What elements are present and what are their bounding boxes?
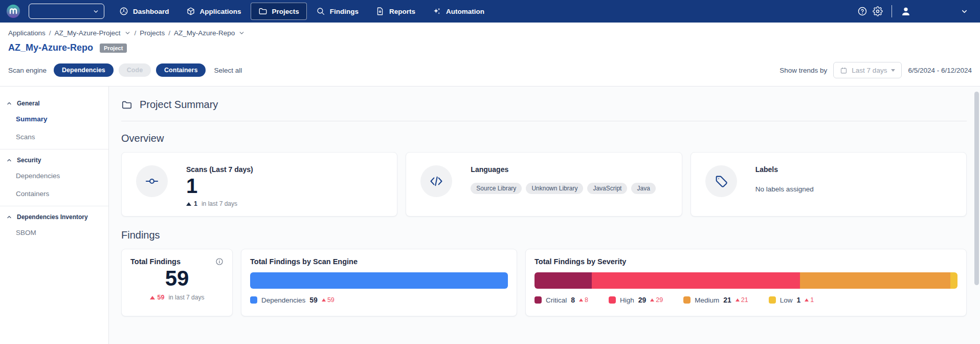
labels-empty-text: No labels assigned <box>755 185 814 193</box>
sidebar-section-security-header[interactable]: Security <box>0 154 108 167</box>
user-menu-button[interactable] <box>898 4 914 19</box>
trend-range-value: Last 7 days <box>852 67 887 74</box>
caret-down-icon <box>891 69 895 72</box>
nav-label: Dashboard <box>133 8 169 15</box>
languages-card-icon-circle <box>420 165 452 197</box>
legend-label: Low <box>780 296 793 304</box>
sidebar-section-title: General <box>17 100 40 107</box>
scans-card: Scans (Last 7 days) 1 1 in last 7 days <box>121 152 397 217</box>
trend-up-icon <box>322 298 326 302</box>
trend-range-select[interactable]: Last 7 days <box>833 62 902 78</box>
trend-up-icon <box>150 296 155 299</box>
sidebar-item-summary[interactable]: Summary <box>0 110 108 128</box>
content-area: General Summary Scans Security Dependenc… <box>0 86 980 344</box>
findings-by-engine-title: Total Findings by Scan Engine <box>250 257 508 266</box>
project-summary-header: Project Summary <box>121 99 967 111</box>
report-icon <box>375 7 385 16</box>
chevron-down-icon[interactable] <box>238 30 245 36</box>
legend-delta: 29 <box>650 296 663 304</box>
toggle-dependencies[interactable]: Dependencies <box>54 63 114 77</box>
languages-card-title: Languages <box>471 165 655 174</box>
legend-value: 8 <box>571 296 575 304</box>
trend-up-icon <box>186 202 191 206</box>
legend-label: Medium <box>695 296 719 304</box>
nav-item-applications[interactable]: Applications <box>179 3 249 20</box>
nav-item-findings[interactable]: Findings <box>308 3 366 20</box>
legend-delta: 21 <box>736 296 748 304</box>
project-type-badge: Project <box>100 44 127 53</box>
engine-legend: Dependencies 59 59 <box>250 296 508 304</box>
labels-card-icon-circle <box>705 165 737 197</box>
sparkles-icon <box>432 7 441 16</box>
overview-heading: Overview <box>121 133 967 144</box>
toggle-containers[interactable]: Containers <box>156 63 206 77</box>
chevron-up-icon <box>6 157 12 163</box>
folder-icon <box>258 7 268 16</box>
findings-by-severity-title: Total Findings by Severity <box>534 257 957 266</box>
chevron-down-icon <box>93 8 99 15</box>
language-tags: Source Library Unknown Library JavaScrip… <box>471 183 655 194</box>
sidebar-section-title: Security <box>17 157 41 164</box>
navbar-divider <box>892 5 892 17</box>
chevron-up-icon <box>6 100 12 106</box>
bar-segment-low <box>950 272 957 289</box>
gear-icon <box>873 6 883 16</box>
breadcrumb-projects[interactable]: Projects <box>140 29 165 37</box>
total-findings-value: 59 <box>130 267 224 290</box>
sidebar-item-containers[interactable]: Containers <box>0 185 108 203</box>
nav-item-dashboard[interactable]: Dashboard <box>112 3 177 20</box>
legend-swatch <box>609 296 616 304</box>
legend-swatch <box>769 296 776 304</box>
search-icon <box>316 7 325 16</box>
title-row: AZ_My-Azure-Repo Project <box>8 42 972 53</box>
breadcrumb-project-name[interactable]: AZ_My-Azure-Repo <box>174 29 235 37</box>
nav-label: Applications <box>200 8 241 15</box>
header-divider <box>121 121 967 121</box>
mend-logo <box>6 4 20 18</box>
total-findings-trend: 59 in last 7 days <box>130 294 224 301</box>
sidebar-section-dependencies-inventory-header[interactable]: Dependencies Inventory <box>0 210 108 224</box>
legend-delta-value: 8 <box>585 296 588 304</box>
nav-item-reports[interactable]: Reports <box>368 3 423 20</box>
vertical-scrollbar[interactable] <box>974 92 979 285</box>
toggle-code: Code <box>119 63 151 77</box>
account-expand-button[interactable] <box>956 4 972 19</box>
help-button[interactable] <box>855 4 870 19</box>
findings-by-severity-card: Total Findings by Severity Critical 8 8 <box>525 249 967 316</box>
sidebar-section-general-header[interactable]: General <box>0 97 108 110</box>
trends-controls: Show trends by Last 7 days 6/5/2024 - 6/… <box>779 62 972 78</box>
settings-button[interactable] <box>870 4 885 19</box>
legend-item-low: Low 1 1 <box>769 296 814 304</box>
sidebar-item-sbom[interactable]: SBOM <box>0 224 108 242</box>
chevron-down-icon[interactable] <box>124 30 131 36</box>
select-all-link[interactable]: Select all <box>214 67 242 74</box>
breadcrumb-application-name[interactable]: AZ_My-Azure-Project <box>55 29 121 37</box>
breadcrumb: Applications / AZ_My-Azure-Project / Pro… <box>8 29 972 37</box>
breadcrumb-applications[interactable]: Applications <box>8 29 46 37</box>
calendar-icon <box>840 67 848 74</box>
main-navigation: Dashboard Applications Projects Findings <box>112 3 492 20</box>
labels-card: Labels No labels assigned <box>691 152 967 217</box>
sidebar-item-scans[interactable]: Scans <box>0 128 108 146</box>
organization-select[interactable] <box>29 4 104 19</box>
legend-delta-value: 59 <box>327 296 335 304</box>
bar-segment-dependencies <box>250 272 508 289</box>
main-page-title: Project Summary <box>140 99 218 111</box>
sidebar-item-dependencies[interactable]: Dependencies <box>0 167 108 185</box>
legend-value: 1 <box>797 296 801 304</box>
sidebar-section-general: General Summary Scans <box>0 93 108 149</box>
total-findings-trend-suffix: in last 7 days <box>168 294 204 301</box>
scans-trend: 1 in last 7 days <box>186 200 253 207</box>
nav-item-automation[interactable]: Automation <box>425 3 492 20</box>
trend-up-icon <box>736 298 740 302</box>
trend-up-icon <box>650 298 654 302</box>
scan-engine-row: Scan engine Dependencies Code Containers… <box>8 62 972 78</box>
trend-up-icon <box>579 298 583 302</box>
commit-icon <box>145 174 159 188</box>
nav-item-projects[interactable]: Projects <box>251 3 307 20</box>
tag-icon <box>714 174 728 188</box>
code-icon <box>429 174 443 188</box>
show-trends-label: Show trends by <box>779 67 827 74</box>
legend-delta-value: 1 <box>810 296 814 304</box>
info-icon[interactable] <box>215 257 224 266</box>
